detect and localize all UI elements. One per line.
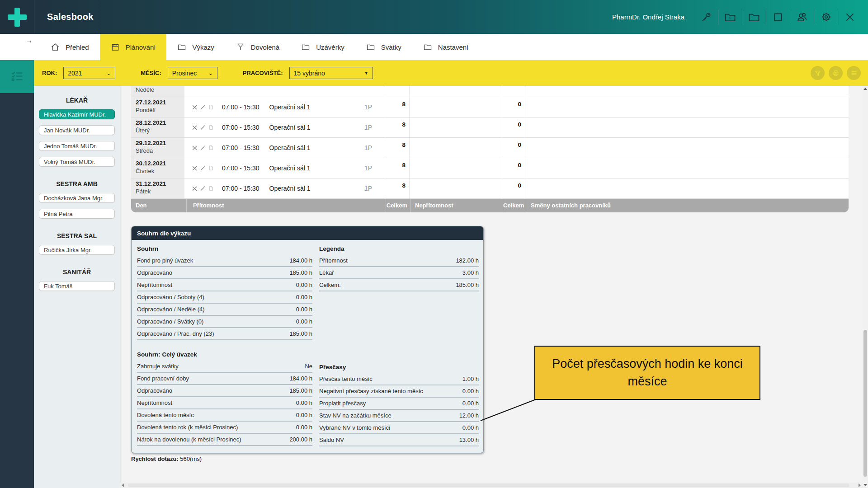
row-label: Nepřítomnost <box>137 282 172 288</box>
left-rail <box>0 93 34 488</box>
row-value: Ne <box>305 363 312 370</box>
users-icon[interactable] <box>790 8 814 26</box>
rok-select[interactable]: 2021 ⌄ <box>63 67 115 79</box>
row-value: 0.00 h <box>462 400 479 407</box>
total2-cell: 0 <box>502 86 525 97</box>
copy-shift-icon[interactable] <box>208 186 214 192</box>
shift-time: 07:00 - 15:30 <box>222 144 259 151</box>
summary-row: Dovolená tento rok (k měsíci Prosinec)0.… <box>137 422 312 434</box>
mesic-value: Prosinec <box>172 70 197 77</box>
row-value: 200.00 h <box>289 436 312 443</box>
row-label: Saldo NV <box>319 436 344 443</box>
edit-shift-icon[interactable] <box>200 104 206 110</box>
row-label: Přesčas tento měsíc <box>319 375 373 382</box>
query-speed-status: Rychlost dotazu: 560(ms) <box>131 455 202 462</box>
edit-shift-icon[interactable] <box>200 186 206 192</box>
delete-shift-icon[interactable] <box>192 186 198 192</box>
copy-shift-icon[interactable] <box>208 145 214 151</box>
dropdown-arrow-icon: ▼ <box>364 71 368 75</box>
folder-icon <box>366 42 375 52</box>
delete-shift-icon[interactable] <box>192 145 198 151</box>
staff-item[interactable]: Volný Tomáš MUDr. <box>39 157 115 167</box>
group-title-sestra-sal: SESTRA SAL <box>34 232 120 239</box>
tab-label: Přehled <box>66 43 89 51</box>
horizontal-scrollbar[interactable] <box>120 483 863 488</box>
vertical-scrollbar[interactable] <box>863 86 868 488</box>
row-value: 12.00 h <box>459 412 479 419</box>
tab-nastaveni[interactable]: Nastavení <box>412 34 480 60</box>
forward-arrow-icon[interactable]: → <box>26 37 33 44</box>
folder-icon <box>301 42 310 52</box>
shift-tag: 1P <box>364 185 372 192</box>
delete-shift-icon[interactable] <box>192 165 198 171</box>
copy-shift-icon[interactable] <box>208 165 214 171</box>
edit-shift-icon[interactable] <box>200 145 206 151</box>
delete-shift-icon[interactable] <box>192 125 198 131</box>
staff-item[interactable]: Fuk Tomáš <box>39 281 115 291</box>
staff-item[interactable]: Docházková Jana Mgr. <box>39 193 115 203</box>
staff-item[interactable]: Jan Novák MUDr. <box>39 125 115 135</box>
row-value: 185.00 h <box>289 387 312 394</box>
row-label: Dovolená tento rok (k měsíci Prosinec) <box>137 424 238 431</box>
tab-dovolena[interactable]: Dovolená <box>225 34 290 60</box>
row-value: 3.00 h <box>462 269 479 276</box>
folder-new-icon[interactable]: N <box>718 8 742 26</box>
total-cell: 8 <box>385 178 409 198</box>
tab-prehled[interactable]: Přehled <box>40 34 100 60</box>
col-smeny: Směny ostatních pracovníků <box>526 199 849 212</box>
window-icon[interactable] <box>766 8 790 26</box>
tab-svatky[interactable]: Svátky <box>355 34 412 60</box>
summary-row: Nárok na dovolenou (k měsíci Prosinec)20… <box>137 434 312 446</box>
summary-row: Vybrané NV v tomto měsíci0.00 h <box>319 422 479 434</box>
total2-cell: 0 <box>502 158 525 178</box>
staff-item[interactable]: Pilná Petra <box>39 209 115 219</box>
scroll-up-arrow-icon[interactable] <box>863 88 867 90</box>
date-cell: 27.12.2021 Pondělí <box>131 97 185 117</box>
hamburger-icon <box>850 70 858 77</box>
shift-place: Operační sál 1 <box>269 103 311 111</box>
tab-vykazy[interactable]: Výkazy <box>166 34 225 60</box>
folder-icon[interactable] <box>742 8 766 26</box>
other-shifts-cell <box>525 178 849 198</box>
menu-button[interactable] <box>847 66 861 80</box>
row-date: 31.12.2021 <box>136 180 184 187</box>
tab-planovani[interactable]: Plánování <box>100 34 167 60</box>
annotation-callout: Počet přesčasových hodin ke konci měsíce <box>534 346 760 400</box>
absence-cell <box>409 86 502 97</box>
total-cell: 8 <box>385 138 409 158</box>
staff-item[interactable]: Ručička Jirka Mgr. <box>39 245 115 255</box>
shift-time: 07:00 - 15:30 <box>222 185 259 192</box>
horizontal-scroll-thumb[interactable] <box>128 483 849 487</box>
copy-shift-icon[interactable] <box>208 125 214 131</box>
mesic-select[interactable]: Prosinec ⌄ <box>168 67 217 79</box>
home-icon <box>51 42 60 52</box>
row-label: Odpracováno / Prac. dny (23) <box>137 330 214 337</box>
row-value: 184.00 h <box>289 375 312 382</box>
pracoviste-select[interactable]: 15 vybráno ▼ <box>289 67 373 79</box>
worker-list-toggle[interactable] <box>0 60 34 93</box>
staff-item[interactable]: Jedno Tomáš MUDr. <box>39 141 115 151</box>
row-label: Celkem: <box>319 282 341 288</box>
row-value: 185.00 h <box>289 269 312 276</box>
vertical-scroll-thumb[interactable] <box>863 330 867 477</box>
date-cell: 26.12.2021 Neděle <box>131 86 185 97</box>
key-icon[interactable] <box>694 8 718 26</box>
edit-shift-icon[interactable] <box>200 125 206 131</box>
absence-cell <box>409 178 502 198</box>
group-title-sanitar: SANITÁŘ <box>34 268 120 276</box>
copy-shift-icon[interactable] <box>208 104 214 110</box>
tab-uzaverky[interactable]: Uzávěrky <box>290 34 355 60</box>
gear-icon[interactable] <box>814 8 838 26</box>
scroll-right-arrow-icon[interactable] <box>859 483 861 487</box>
table-row: 28.12.2021 Úterý 07:00 - 15:30 Operační … <box>131 117 849 138</box>
edit-shift-icon[interactable] <box>200 165 206 171</box>
row-value: 0.00 h <box>296 318 312 325</box>
filter-funnel-button[interactable] <box>811 66 825 80</box>
scroll-left-arrow-icon[interactable] <box>122 483 124 487</box>
delete-shift-icon[interactable] <box>192 104 198 110</box>
svg-text:N: N <box>729 16 731 20</box>
staff-item[interactable]: Hlavička Kazimír MUDr. <box>39 109 115 119</box>
print-button[interactable] <box>829 66 843 80</box>
scroll-down-arrow-icon[interactable] <box>863 484 867 486</box>
close-icon[interactable] <box>838 8 862 26</box>
